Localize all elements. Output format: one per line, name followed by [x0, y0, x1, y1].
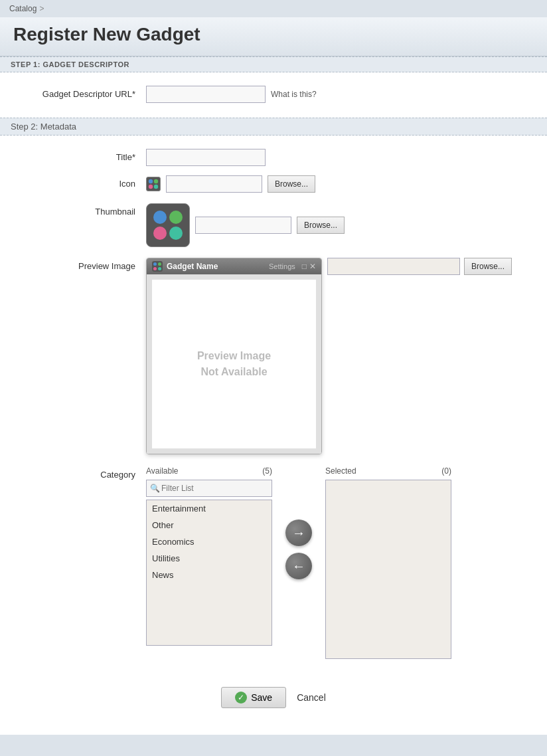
- available-header-row: Available (5): [146, 466, 272, 476]
- category-controls: Available (5) 🔍 Entertainment Other Econ…: [146, 466, 547, 659]
- icon-controls: Browse...: [146, 175, 547, 193]
- icon-preview-svg: [148, 179, 159, 189]
- descriptor-label: Gadget Descriptor URL*: [0, 86, 146, 99]
- list-item[interactable]: Utilities: [147, 550, 272, 567]
- selected-count: (0): [441, 466, 451, 476]
- title-input[interactable]: [146, 149, 266, 166]
- descriptor-url-input[interactable]: [146, 86, 266, 103]
- selected-list-wrapper: Selected (0): [325, 466, 451, 659]
- icon-preview: [146, 177, 161, 191]
- move-left-button[interactable]: ←: [285, 553, 312, 579]
- preview-widget-icon: [152, 261, 163, 272]
- category-row: Category Available (5) 🔍: [0, 460, 547, 663]
- preview-browse-button[interactable]: Browse...: [464, 258, 512, 275]
- dot-pink: [153, 227, 167, 240]
- category-container: Available (5) 🔍 Entertainment Other Econ…: [146, 466, 451, 659]
- page-title: Register New Gadget: [13, 24, 534, 45]
- preview-widget-settings: Settings: [269, 262, 295, 270]
- preview-controls: Gadget Name Settings □ ✕ Preview Image N…: [146, 258, 547, 454]
- transfer-buttons: → ←: [285, 466, 312, 579]
- icon-row: Icon Browse...: [0, 171, 547, 197]
- list-item[interactable]: Entertainment: [147, 500, 272, 517]
- preview-widget-row: Gadget Name Settings □ ✕ Preview Image N…: [146, 258, 512, 454]
- icon-label: Icon: [0, 175, 146, 189]
- icon-file-input[interactable]: [166, 175, 262, 193]
- page-header: Register New Gadget: [0, 17, 547, 56]
- preview-label: Preview Image: [0, 258, 146, 271]
- available-list-wrapper: Available (5) 🔍 Entertainment Other Econ…: [146, 466, 272, 646]
- action-row: ✓ Save Cancel: [0, 674, 547, 715]
- preview-browse-area: Browse...: [327, 258, 512, 275]
- preview-widget-controls: □ ✕: [302, 262, 316, 271]
- filter-input-wrap: 🔍: [146, 480, 272, 497]
- list-item[interactable]: Other: [147, 517, 272, 533]
- breadcrumb-separator: >: [39, 4, 44, 13]
- step2-form: Title* Icon Browse...: [0, 136, 547, 674]
- available-label: Available: [146, 466, 178, 476]
- available-listbox[interactable]: Entertainment Other Economics Utilities …: [146, 500, 272, 646]
- save-label: Save: [251, 692, 272, 703]
- thumbnail-browse-button[interactable]: Browse...: [297, 217, 345, 234]
- cancel-button[interactable]: Cancel: [297, 692, 326, 703]
- preview-row: Preview Image Gadget Name Settings: [0, 252, 547, 458]
- thumbnail-preview: [146, 203, 190, 247]
- descriptor-row: Gadget Descriptor URL* What is this?: [0, 82, 547, 107]
- filter-input[interactable]: [146, 480, 272, 497]
- minimize-icon[interactable]: □: [302, 262, 307, 271]
- preview-widget-header: Gadget Name Settings □ ✕: [147, 258, 321, 274]
- svg-point-2: [149, 185, 153, 189]
- preview-widget-title: Gadget Name: [167, 262, 265, 271]
- close-icon[interactable]: ✕: [309, 262, 316, 271]
- move-right-button[interactable]: →: [285, 520, 312, 546]
- svg-point-3: [154, 185, 158, 189]
- breadcrumb-catalog[interactable]: Catalog: [9, 4, 37, 13]
- icon-browse-button[interactable]: Browse...: [268, 175, 315, 193]
- descriptor-controls: What is this?: [146, 86, 547, 103]
- selected-listbox[interactable]: [325, 480, 451, 659]
- save-button[interactable]: ✓ Save: [221, 687, 286, 708]
- selected-label: Selected: [325, 466, 356, 476]
- available-count: (5): [262, 466, 272, 476]
- thumbnail-file-input[interactable]: [195, 217, 291, 234]
- preview-widget-body: Preview Image Not Available: [147, 274, 321, 454]
- save-icon: ✓: [235, 692, 247, 704]
- preview-not-available: Preview Image Not Available: [197, 348, 271, 380]
- dot-green: [169, 211, 183, 224]
- list-item[interactable]: News: [147, 567, 272, 583]
- selected-header-row: Selected (0): [325, 466, 451, 476]
- dot-blue: [153, 211, 167, 224]
- svg-point-1: [154, 179, 158, 183]
- step1-header: STEP 1: GADGET DESCRIPTOR: [0, 56, 547, 72]
- title-label: Title*: [0, 149, 146, 162]
- title-row: Title*: [0, 145, 547, 170]
- filter-icon: 🔍: [150, 484, 160, 493]
- dot-teal: [169, 227, 183, 240]
- step1-form: Gadget Descriptor URL* What is this?: [0, 72, 547, 118]
- category-label: Category: [0, 466, 146, 480]
- gadget-dots: [149, 207, 187, 244]
- step2-header: Step 2: Metadata: [0, 118, 547, 136]
- thumbnail-row: Thumbnail Browse...: [0, 198, 547, 251]
- breadcrumb: Catalog >: [0, 0, 547, 17]
- svg-point-0: [149, 179, 153, 183]
- thumbnail-controls: Browse...: [146, 203, 547, 247]
- preview-widget: Gadget Name Settings □ ✕ Preview Image N…: [146, 258, 322, 454]
- thumbnail-row-inner: Browse...: [146, 203, 345, 247]
- preview-file-input[interactable]: [327, 258, 460, 275]
- list-item[interactable]: Economics: [147, 533, 272, 550]
- main-content: STEP 1: GADGET DESCRIPTOR Gadget Descrip…: [0, 56, 547, 735]
- title-controls: [146, 149, 547, 166]
- preview-not-available-line1: Preview Image: [197, 348, 271, 364]
- thumbnail-label: Thumbnail: [0, 203, 146, 217]
- preview-not-available-line2: Not Available: [197, 364, 271, 380]
- what-is-this-link[interactable]: What is this?: [271, 90, 317, 99]
